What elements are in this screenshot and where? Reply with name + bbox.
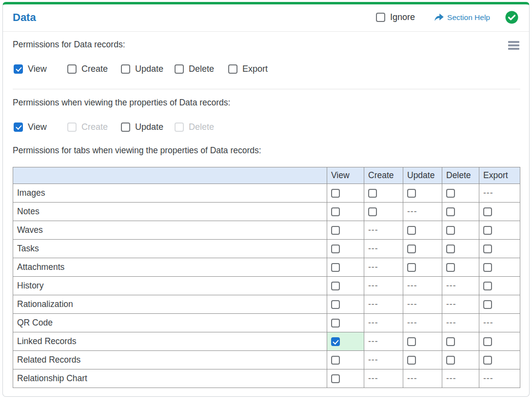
related-records-delete-checkbox[interactable] [446, 356, 455, 365]
rationalization-view-checkbox[interactable] [331, 300, 340, 309]
ignore-checkbox[interactable] [376, 13, 385, 22]
not-applicable-text: --- [407, 299, 417, 309]
not-applicable-text: --- [446, 299, 456, 309]
permission-delete-group[interactable]: Delete [175, 64, 228, 74]
tab-permissions-heading: Permissions for tabs when viewing the pr… [13, 145, 520, 156]
notes-export-checkbox[interactable] [483, 207, 492, 216]
permission-cell-export [479, 351, 520, 369]
permission-create-group: Create [67, 122, 121, 132]
permission-update-checkbox[interactable] [121, 64, 130, 74]
table-row: Rationalization--------- [13, 295, 520, 314]
table-row: Images--- [13, 184, 520, 203]
table-row: Tasks--- [13, 240, 520, 258]
permission-cell-delete [442, 351, 479, 369]
forward-arrow-icon [434, 13, 444, 21]
attachments-export-checkbox[interactable] [483, 263, 492, 272]
images-view-checkbox[interactable] [331, 189, 340, 198]
permission-na-cell: --- [479, 184, 520, 203]
related-records-export-checkbox[interactable] [483, 356, 492, 365]
notes-create-checkbox[interactable] [368, 207, 377, 216]
permission-view-checkbox[interactable] [14, 123, 23, 132]
permission-view-group[interactable]: View [14, 122, 67, 132]
not-applicable-text: --- [368, 299, 378, 309]
permission-label: Delete [189, 122, 214, 132]
notes-delete-checkbox[interactable] [446, 207, 455, 216]
permission-view-checkbox[interactable] [14, 64, 23, 74]
images-update-checkbox[interactable] [407, 189, 416, 198]
rationalization-export-checkbox[interactable] [483, 300, 492, 309]
permission-na-cell: --- [403, 203, 442, 221]
permission-cell-delete [442, 258, 479, 277]
waves-delete-checkbox[interactable] [446, 226, 455, 235]
permission-cell-export [479, 258, 520, 277]
tab-name-cell: QR Code [13, 314, 327, 332]
table-row: QR Code------------ [13, 314, 520, 332]
notes-view-checkbox[interactable] [331, 207, 340, 216]
check-circle-icon [505, 11, 518, 24]
permission-cell-export [479, 240, 520, 258]
permission-cell-export [479, 203, 520, 221]
permission-na-cell: --- [364, 351, 403, 369]
permission-export-group[interactable]: Export [228, 64, 282, 74]
images-create-checkbox[interactable] [368, 189, 377, 198]
permission-cell-export [479, 295, 520, 314]
tasks-view-checkbox[interactable] [331, 245, 340, 253]
permission-view-group[interactable]: View [14, 64, 67, 74]
tasks-delete-checkbox[interactable] [446, 245, 455, 253]
not-applicable-text: --- [446, 318, 456, 327]
permission-export-checkbox[interactable] [228, 64, 237, 74]
attachments-view-checkbox[interactable] [331, 263, 340, 272]
relationship-chart-view-checkbox[interactable] [331, 374, 340, 383]
linked-records-delete-checkbox[interactable] [446, 337, 455, 346]
waves-export-checkbox[interactable] [483, 226, 492, 235]
not-applicable-text: --- [368, 355, 378, 365]
permission-create-group[interactable]: Create [67, 64, 121, 74]
permission-update-group[interactable]: Update [121, 64, 175, 74]
not-applicable-text: --- [483, 318, 493, 327]
permission-label: Delete [189, 64, 214, 74]
properties-permissions-checkbox-row: ViewCreateUpdateDelete [14, 122, 520, 132]
permission-cell-delete [442, 240, 479, 258]
permission-cell-delete [442, 203, 479, 221]
permission-na-cell: --- [442, 295, 479, 314]
attachments-update-checkbox[interactable] [407, 263, 416, 272]
column-header-view: View [327, 167, 364, 184]
permission-cell-delete [442, 221, 479, 240]
not-applicable-text: --- [446, 281, 456, 290]
linked-records-export-checkbox[interactable] [483, 337, 492, 346]
not-applicable-text: --- [407, 373, 417, 383]
column-header-delete: Delete [442, 167, 479, 184]
tasks-export-checkbox[interactable] [483, 245, 492, 253]
waves-view-checkbox[interactable] [331, 226, 340, 235]
permission-cell-update [403, 240, 442, 258]
qr-code-view-checkbox[interactable] [331, 319, 340, 327]
linked-records-update-checkbox[interactable] [407, 337, 416, 346]
permission-cell-create [364, 203, 403, 221]
waves-update-checkbox[interactable] [407, 226, 416, 235]
tab-name-cell: Notes [13, 203, 327, 221]
section-help-link[interactable]: Section Help [434, 13, 490, 22]
tasks-update-checkbox[interactable] [407, 245, 416, 253]
related-records-view-checkbox[interactable] [331, 356, 340, 365]
permission-update-checkbox[interactable] [121, 123, 130, 132]
permission-cell-view [327, 295, 364, 314]
history-export-checkbox[interactable] [483, 282, 492, 290]
history-view-checkbox[interactable] [331, 282, 340, 290]
permission-na-cell: --- [403, 295, 442, 314]
related-records-update-checkbox[interactable] [407, 356, 416, 365]
linked-records-view-checkbox[interactable] [331, 337, 340, 346]
menu-icon[interactable] [508, 40, 519, 50]
permission-cell-update [403, 258, 442, 277]
attachments-delete-checkbox[interactable] [446, 263, 455, 272]
permission-delete-checkbox[interactable] [175, 64, 184, 74]
not-applicable-text: --- [483, 188, 493, 198]
ignore-checkbox-group[interactable]: Ignore [376, 12, 415, 22]
permission-create-checkbox[interactable] [67, 64, 77, 74]
permission-cell-view [327, 314, 364, 332]
permission-label: Create [81, 122, 108, 132]
permission-update-group[interactable]: Update [121, 122, 175, 132]
table-row: Linked Records--- [13, 332, 520, 351]
not-applicable-text: --- [407, 318, 417, 327]
permission-label: Update [135, 122, 163, 132]
images-delete-checkbox[interactable] [446, 189, 455, 198]
